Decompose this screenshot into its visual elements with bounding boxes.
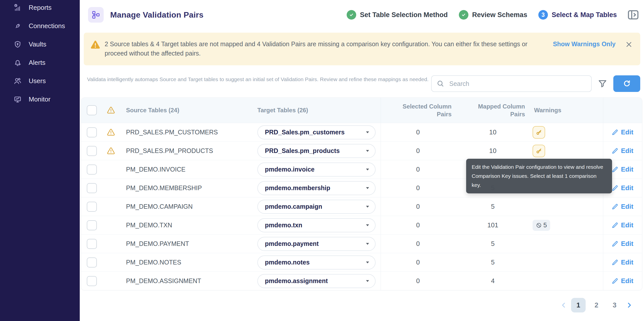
row-checkbox[interactable] <box>87 239 97 249</box>
selected-pairs-count: 0 <box>381 160 455 179</box>
row-checkbox[interactable] <box>87 276 97 286</box>
page-title: Manage Validation Pairs <box>110 10 204 20</box>
warning-triangle-icon <box>90 40 100 49</box>
row-checkbox[interactable] <box>87 202 97 212</box>
column-header-selected-pairs[interactable]: Selected Column Pairs <box>381 98 455 123</box>
column-header-mapped-pairs[interactable]: Mapped Column Pairs <box>455 98 531 123</box>
selected-pairs-count: 0 <box>381 179 455 197</box>
target-table-select[interactable]: pmdemo.membership <box>257 181 376 195</box>
source-table-name: PM_DEMO.MEMBERSHIP <box>120 179 247 197</box>
shield-icon <box>14 40 22 48</box>
edit-button[interactable]: Edit <box>612 277 633 285</box>
sidebar-item-users[interactable]: Users <box>0 72 80 90</box>
panel-toggle-icon[interactable] <box>627 9 639 21</box>
selected-pairs-count: 0 <box>381 123 455 141</box>
table-toolbar: Validata intelligently automaps Source a… <box>80 65 644 92</box>
chevron-down-icon <box>366 168 370 171</box>
mapped-pairs-count: 10 <box>455 142 531 160</box>
column-header-source[interactable]: Source Tables (24) <box>120 98 247 123</box>
mapped-pairs-count: 4 <box>455 272 531 290</box>
automap-description: Validata intelligently automaps Source a… <box>87 75 429 84</box>
selected-pairs-count: 0 <box>381 197 455 216</box>
row-checkbox[interactable] <box>87 257 97 268</box>
filter-icon[interactable] <box>598 79 607 88</box>
target-table-select[interactable]: pmdemo.txn <box>257 218 376 232</box>
chevron-down-icon <box>366 261 370 264</box>
target-table-select[interactable]: PRD_Sales.pm_customers <box>257 125 376 139</box>
row-checkbox[interactable] <box>87 146 97 156</box>
row-checkbox[interactable] <box>87 220 97 230</box>
source-table-name: PM_DEMO.ASSIGNMENT <box>120 272 247 290</box>
row-warning-icon <box>107 147 115 155</box>
step-review-schemas[interactable]: Review Schemas <box>459 10 527 20</box>
table-row: PM_DEMO.ASSIGNMENT pmdemo.assignment 0 4… <box>81 272 642 290</box>
step-set-table-selection-method[interactable]: Set Table Selection Method <box>347 10 448 20</box>
sidebar-item-label: Alerts <box>29 59 45 67</box>
target-table-select[interactable]: pmdemo.notes <box>257 255 376 270</box>
column-header-warnings[interactable]: Warnings <box>531 98 603 123</box>
key-icon <box>536 147 542 154</box>
pencil-icon <box>612 148 618 154</box>
ban-icon <box>536 222 542 228</box>
sidebar-item-vaults[interactable]: Vaults <box>0 35 80 54</box>
edit-button[interactable]: Edit <box>612 240 633 248</box>
column-header-target[interactable]: Target Tables (26) <box>247 98 381 123</box>
source-table-name: PM_DEMO.NOTES <box>120 253 247 272</box>
comparison-key-warning-badge[interactable] <box>533 145 545 157</box>
sidebar-item-alerts[interactable]: Alerts <box>0 54 80 72</box>
row-checkbox[interactable] <box>87 183 97 193</box>
pencil-icon <box>612 166 618 173</box>
warning-banner: 2 Source tables & 4 Target tables are no… <box>84 33 640 65</box>
sidebar-item-connections[interactable]: Connections <box>0 17 80 35</box>
close-icon[interactable] <box>625 41 633 48</box>
source-table-name: PM_DEMO.TXN <box>120 216 247 234</box>
key-icon <box>536 129 542 136</box>
plug-icon <box>14 22 22 30</box>
step-label: Select & Map Tables <box>552 11 617 19</box>
search-box <box>431 75 592 92</box>
table-row: PRD_SALES.PM_CUSTOMERS PRD_Sales.pm_cust… <box>81 123 642 141</box>
selected-pairs-count: 0 <box>381 272 455 290</box>
target-table-select[interactable]: pmdemo.assignment <box>257 274 376 288</box>
table-row: PM_DEMO.NOTES pmdemo.notes 0 5 Edit <box>81 253 642 272</box>
edit-button[interactable]: Edit <box>612 147 633 155</box>
edit-button[interactable]: Edit <box>612 166 633 173</box>
previous-page-button[interactable] <box>560 301 568 309</box>
row-checkbox[interactable] <box>87 165 97 175</box>
table-row: PM_DEMO.TXN pmdemo.txn 0 101 5 Edit <box>81 216 642 234</box>
excluded-columns-badge[interactable]: 5 <box>533 220 550 231</box>
pencil-icon <box>612 203 618 210</box>
row-checkbox[interactable] <box>87 127 97 137</box>
chevron-down-icon <box>366 242 370 245</box>
pagination: 1 2 3 <box>80 290 644 312</box>
sidebar-item-monitor[interactable]: Monitor <box>0 90 80 109</box>
page-2-button[interactable]: 2 <box>589 298 604 312</box>
chevron-down-icon <box>366 224 370 227</box>
edit-button[interactable]: Edit <box>612 128 633 136</box>
source-table-name: PRD_SALES.PM_CUSTOMERS <box>120 123 247 141</box>
step-select-and-map-tables[interactable]: 3 Select & Map Tables <box>538 10 617 20</box>
target-table-select[interactable]: pmdemo.payment <box>257 237 376 251</box>
target-table-select[interactable]: PRD_Sales.pm_products <box>257 144 376 158</box>
step-label: Set Table Selection Method <box>360 11 448 19</box>
show-warnings-only-link[interactable]: Show Warnings Only <box>553 40 616 48</box>
select-all-checkbox[interactable] <box>87 105 97 115</box>
monitor-icon <box>14 95 22 103</box>
page-1-button[interactable]: 1 <box>571 298 586 312</box>
target-table-select[interactable]: pmdemo.invoice <box>257 163 376 177</box>
target-table-select[interactable]: pmdemo.campaign <box>257 200 376 214</box>
column-header-actions <box>603 98 642 123</box>
sidebar-item-reports[interactable]: Reports <box>0 0 80 17</box>
search-input[interactable] <box>449 80 586 88</box>
comparison-key-warning-badge[interactable] <box>533 126 545 139</box>
chevron-down-icon <box>366 187 370 189</box>
edit-button[interactable]: Edit <box>612 221 633 229</box>
edit-button[interactable]: Edit <box>612 203 633 210</box>
edit-button[interactable]: Edit <box>612 184 633 192</box>
next-page-button[interactable] <box>625 301 633 309</box>
sidebar: Reports Connections Vaults Alerts Users … <box>0 0 80 321</box>
refresh-button[interactable] <box>613 75 640 92</box>
page-3-button[interactable]: 3 <box>607 298 622 312</box>
table-row: PM_DEMO.PAYMENT pmdemo.payment 0 5 Edit <box>81 234 642 253</box>
edit-button[interactable]: Edit <box>612 258 633 266</box>
